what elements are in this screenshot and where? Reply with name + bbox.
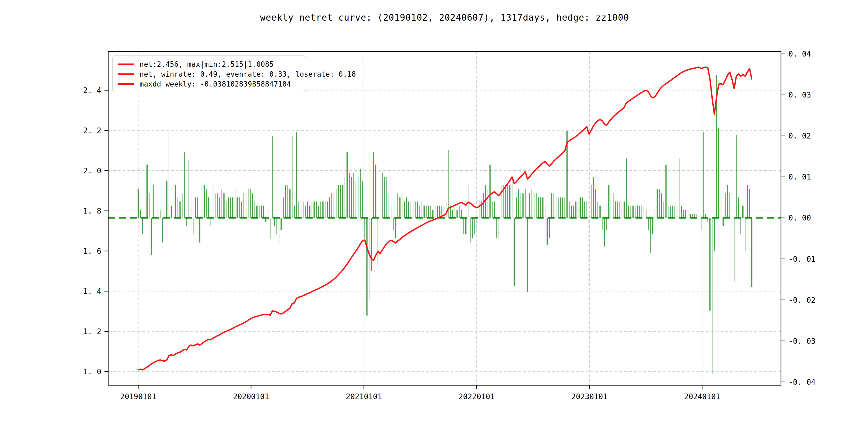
legend-item-maxdd: maxdd_weekly: -0.038102839858847104 (118, 79, 301, 89)
x-axis-tick-label: 20200101 (233, 392, 269, 401)
left-axis-tick-label: 2. 2 (83, 126, 101, 135)
chart-title: weekly netret curve: (20190102, 20240607… (108, 12, 781, 23)
right-axis-tick-label: 0. 04 (788, 50, 811, 58)
x-axis-tick-label: 20240101 (684, 392, 720, 401)
netret-chart-figure: 1. 01. 21. 41. 61. 82. 02. 22. 40. 040. … (0, 0, 868, 434)
x-axis-tick-label: 20220101 (459, 392, 495, 401)
left-axis-tick-label: 1. 2 (83, 327, 101, 336)
red-line-icon (118, 83, 134, 85)
left-axis-tick-label: 1. 8 (83, 207, 101, 215)
legend-item-label: maxdd_weekly: -0.038102839858847104 (140, 80, 291, 88)
legend-item-winrate: net, winrate: 0.49, evenrate: 0.33, lose… (118, 69, 301, 79)
x-axis-tick-label: 20230101 (571, 392, 608, 401)
left-axis-tick-label: 1. 4 (83, 287, 101, 296)
left-axis-tick-label: 2. 4 (83, 86, 101, 95)
right-axis-tick-label: -0. 01 (788, 255, 815, 264)
left-axis-tick-label: 2. 0 (83, 166, 101, 175)
legend: net:2.456, max|min:2.515|1.0085 net, win… (112, 56, 306, 92)
legend-item-label: net:2.456, max|min:2.515|1.0085 (140, 60, 274, 68)
x-axis-tick-label: 20210101 (346, 392, 382, 401)
legend-item-net: net:2.456, max|min:2.515|1.0085 (118, 59, 301, 69)
right-axis-tick-label: -0. 03 (788, 337, 815, 346)
left-axis-tick-label: 1. 6 (83, 247, 101, 255)
right-axis-tick-label: 0. 00 (788, 214, 811, 222)
right-axis-tick-label: 0. 01 (788, 173, 811, 181)
red-line-icon (118, 63, 134, 65)
left-axis-tick-label: 1. 0 (83, 367, 101, 376)
x-axis-tick-label: 20190101 (120, 392, 156, 401)
red-line-icon (118, 73, 134, 75)
right-axis-tick-label: 0. 03 (788, 91, 811, 99)
right-axis-tick-label: -0. 04 (788, 378, 815, 386)
right-axis-tick-label: -0. 02 (788, 296, 815, 305)
right-axis-tick-label: 0. 02 (788, 131, 811, 141)
legend-item-label: net, winrate: 0.49, evenrate: 0.33, lose… (140, 70, 356, 78)
